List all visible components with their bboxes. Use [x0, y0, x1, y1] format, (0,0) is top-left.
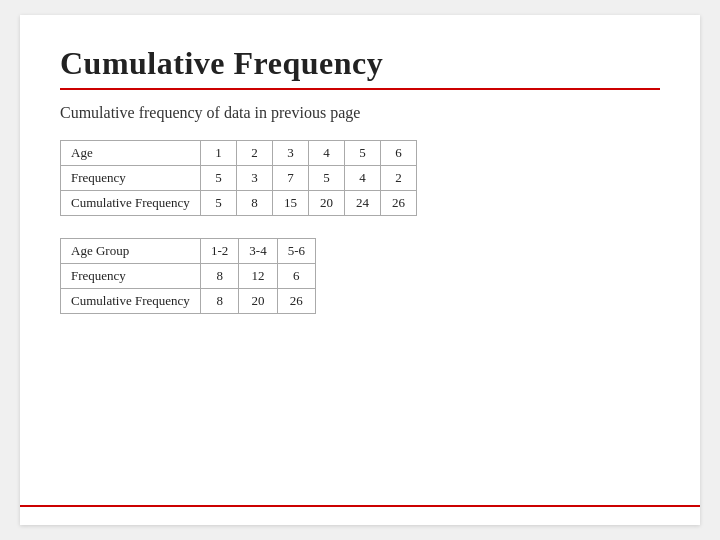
table-cell: 6	[381, 141, 417, 166]
table-cell: 2	[237, 141, 273, 166]
table-cell: 26	[277, 289, 315, 314]
table-cell: 3	[237, 166, 273, 191]
table-cell: 8	[237, 191, 273, 216]
table-cell: Frequency	[61, 264, 201, 289]
table-cell: Age	[61, 141, 201, 166]
table-cell: 5	[201, 191, 237, 216]
table-cell: 24	[345, 191, 381, 216]
table-row: Cumulative Frequency 8 20 26	[61, 289, 316, 314]
table-cell: 5	[201, 166, 237, 191]
table-cell: 7	[273, 166, 309, 191]
table-cell: 6	[277, 264, 315, 289]
title-underline	[60, 88, 660, 90]
table1-container: Age 1 2 3 4 5 6 Frequency 5 3 7 5 4 2	[60, 140, 660, 216]
table-cell: 3-4	[239, 239, 277, 264]
table-cell: 4	[345, 166, 381, 191]
page-title: Cumulative Frequency	[60, 45, 660, 82]
table-row: Cumulative Frequency 5 8 15 20 24 26	[61, 191, 417, 216]
table-cell: 5	[309, 166, 345, 191]
table-cell: 20	[239, 289, 277, 314]
table1: Age 1 2 3 4 5 6 Frequency 5 3 7 5 4 2	[60, 140, 417, 216]
table-cell: Frequency	[61, 166, 201, 191]
table-cell: Cumulative Frequency	[61, 289, 201, 314]
subtitle: Cumulative frequency of data in previous…	[60, 104, 660, 122]
table-cell: Age Group	[61, 239, 201, 264]
table-cell: 3	[273, 141, 309, 166]
bottom-line	[20, 505, 700, 507]
table-cell: 26	[381, 191, 417, 216]
table-row: Frequency 8 12 6	[61, 264, 316, 289]
table-cell: 2	[381, 166, 417, 191]
table-cell: 15	[273, 191, 309, 216]
slide: Cumulative Frequency Cumulative frequenc…	[20, 15, 700, 525]
table-cell: Cumulative Frequency	[61, 191, 201, 216]
table-row: Age Group 1-2 3-4 5-6	[61, 239, 316, 264]
table2-container: Age Group 1-2 3-4 5-6 Frequency 8 12 6 C…	[60, 238, 660, 314]
table-row: Frequency 5 3 7 5 4 2	[61, 166, 417, 191]
table-cell: 8	[201, 264, 239, 289]
table-cell: 20	[309, 191, 345, 216]
table-cell: 5-6	[277, 239, 315, 264]
table-cell: 8	[201, 289, 239, 314]
table-cell: 1-2	[201, 239, 239, 264]
table-cell: 5	[345, 141, 381, 166]
table-cell: 12	[239, 264, 277, 289]
table-cell: 1	[201, 141, 237, 166]
table-row: Age 1 2 3 4 5 6	[61, 141, 417, 166]
table-cell: 4	[309, 141, 345, 166]
table2: Age Group 1-2 3-4 5-6 Frequency 8 12 6 C…	[60, 238, 316, 314]
